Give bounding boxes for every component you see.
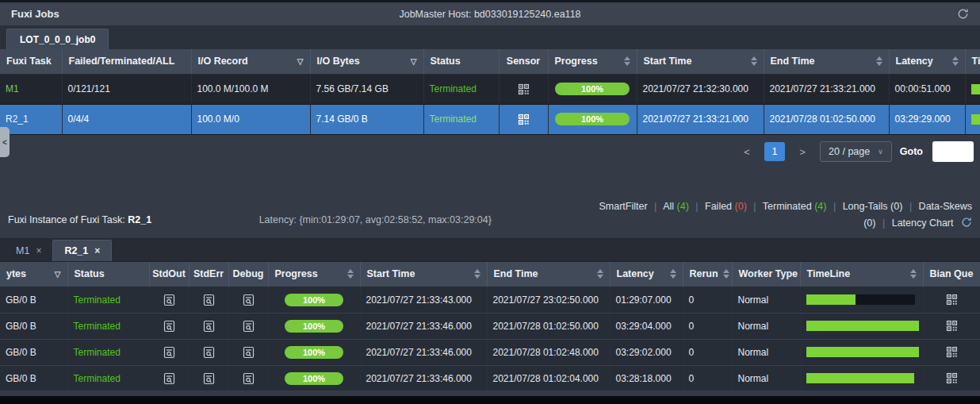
worker-type: Normal: [732, 365, 800, 391]
col-sensor: Sensor: [499, 49, 548, 74]
stdout-log-icon[interactable]: [163, 346, 175, 359]
page-size-select[interactable]: 20 / page ∨: [820, 141, 892, 162]
horizontal-scrollbar[interactable]: [0, 396, 980, 404]
stderr-log-icon[interactable]: [203, 372, 215, 385]
tab-r2-1[interactable]: R2_1 ×: [52, 240, 112, 261]
col-rerun[interactable]: Rerun: [683, 262, 732, 287]
stdout-log-icon[interactable]: [163, 320, 175, 333]
stderr-log-icon[interactable]: [203, 320, 215, 333]
debug-cell[interactable]: [228, 339, 268, 365]
bian-que-cell[interactable]: [923, 365, 980, 391]
stdout-cell[interactable]: [149, 313, 189, 339]
col-status: Status: [67, 262, 149, 287]
bian-que-qr-icon[interactable]: [946, 294, 958, 306]
sensor-qr-icon[interactable]: [518, 83, 530, 95]
tab-m1[interactable]: M1 ×: [5, 240, 52, 261]
instance-row[interactable]: GB/0 B Terminated 100% 2021/07/27 21:33:…: [0, 313, 980, 339]
debug-log-icon[interactable]: [243, 346, 255, 359]
col-latency[interactable]: Latency: [889, 49, 965, 74]
debug-log-icon[interactable]: [243, 294, 255, 306]
col-end-time[interactable]: End Time: [764, 49, 889, 74]
task-row-r2-1[interactable]: R2_1 0/4/4 100.0 M/0 7.14 GB/0 B Termina…: [0, 104, 980, 134]
sort-icon[interactable]: [952, 56, 959, 66]
debug-log-icon[interactable]: [243, 320, 255, 333]
col-io-record[interactable]: I/O Record▽: [191, 49, 310, 74]
filter-long-tails[interactable]: Long-Tails (0): [843, 201, 903, 212]
col-start-time[interactable]: Start Time: [637, 49, 764, 74]
col-timeline[interactable]: TimeLine: [800, 262, 923, 287]
instance-row[interactable]: GB/0 B Terminated 100% 2021/07/27 21:33:…: [0, 287, 980, 313]
collapse-panel-handle[interactable]: <: [0, 127, 10, 157]
sort-icon[interactable]: [876, 56, 882, 66]
instance-row[interactable]: GB/0 B Terminated 100% 2021/07/27 21:33:…: [0, 339, 980, 365]
debug-cell[interactable]: [228, 365, 268, 391]
refresh-icon[interactable]: [961, 217, 972, 228]
stderr-cell[interactable]: [189, 365, 228, 391]
end-time: 2021/07/27 21:33:21.000: [764, 74, 889, 104]
stdout-cell[interactable]: [149, 365, 189, 391]
job-tab-bar: LOT_0_0_0_job0: [0, 26, 980, 49]
col-progress[interactable]: Progress: [268, 262, 360, 287]
filter-terminated[interactable]: Terminated (4): [763, 201, 827, 212]
sensor-cell[interactable]: [499, 74, 548, 104]
task-row-m1[interactable]: M1 0/121/121 100.0 M/100.0 M 7.56 GB/7.1…: [0, 74, 980, 104]
stdout-log-icon[interactable]: [163, 294, 175, 306]
debug-cell[interactable]: [228, 287, 268, 313]
prev-page-button[interactable]: <: [737, 142, 756, 161]
stderr-log-icon[interactable]: [203, 294, 215, 306]
stdout-cell[interactable]: [149, 287, 189, 313]
sort-icon[interactable]: [670, 269, 676, 279]
col-io-bytes[interactable]: I/O Bytes▽: [310, 49, 423, 74]
bian-que-cell[interactable]: [923, 313, 980, 339]
latency-chart-link[interactable]: Latency Chart: [892, 217, 954, 229]
debug-log-icon[interactable]: [243, 372, 255, 385]
filter-icon[interactable]: ▽: [55, 270, 61, 279]
sort-icon[interactable]: [910, 269, 917, 279]
col-worker-type[interactable]: Worker Type: [732, 262, 800, 287]
filter-data-skews-count[interactable]: (0): [863, 217, 875, 229]
task-name-cell[interactable]: M1: [0, 74, 62, 104]
col-io-bytes-clipped[interactable]: ytes▽: [0, 262, 67, 287]
close-icon[interactable]: ×: [36, 245, 41, 256]
stdout-log-icon[interactable]: [163, 372, 175, 385]
stderr-cell[interactable]: [189, 339, 228, 365]
col-start-time[interactable]: Start Time: [360, 262, 487, 287]
sensor-qr-icon[interactable]: [518, 114, 530, 125]
stderr-log-icon[interactable]: [203, 346, 215, 359]
sensor-cell[interactable]: [499, 104, 548, 134]
close-icon[interactable]: ×: [94, 245, 100, 256]
filter-data-skews[interactable]: Data-Skews: [919, 201, 972, 212]
next-page-button[interactable]: >: [793, 142, 812, 161]
sort-icon[interactable]: [347, 269, 354, 279]
smartfilter-label: SmartFilter: [599, 201, 647, 212]
tab-job0[interactable]: LOT_0_0_0_job0: [6, 29, 109, 49]
sort-icon[interactable]: [474, 269, 480, 279]
current-page[interactable]: 1: [764, 142, 785, 161]
stderr-cell[interactable]: [189, 287, 228, 313]
sort-icon[interactable]: [597, 269, 603, 279]
filter-all[interactable]: All (4): [663, 201, 689, 212]
bian-que-cell[interactable]: [923, 339, 980, 365]
filter-icon[interactable]: ▽: [411, 57, 417, 66]
bian-que-cell[interactable]: [923, 287, 980, 313]
sort-icon[interactable]: [624, 56, 630, 66]
col-end-time[interactable]: End Time: [487, 262, 610, 287]
col-latency[interactable]: Latency: [610, 262, 683, 287]
bian-que-qr-icon[interactable]: [946, 320, 958, 332]
task-link[interactable]: M1: [6, 83, 19, 94]
sort-icon[interactable]: [723, 269, 729, 279]
col-progress[interactable]: Progress: [548, 49, 637, 74]
goto-page-input[interactable]: [932, 141, 974, 162]
worker-type: Normal: [732, 287, 800, 313]
stderr-cell[interactable]: [189, 313, 228, 339]
debug-cell[interactable]: [228, 313, 268, 339]
filter-failed[interactable]: Failed (0): [705, 201, 747, 212]
stdout-cell[interactable]: [149, 339, 189, 365]
sort-icon[interactable]: [751, 56, 757, 66]
refresh-icon[interactable]: [957, 8, 969, 20]
task-link[interactable]: R2_1: [6, 114, 29, 125]
filter-icon[interactable]: ▽: [297, 57, 304, 66]
bian-que-qr-icon[interactable]: [946, 372, 958, 384]
instance-row[interactable]: GB/0 B Terminated 100% 2021/07/27 21:33:…: [0, 365, 980, 391]
bian-que-qr-icon[interactable]: [946, 346, 958, 358]
